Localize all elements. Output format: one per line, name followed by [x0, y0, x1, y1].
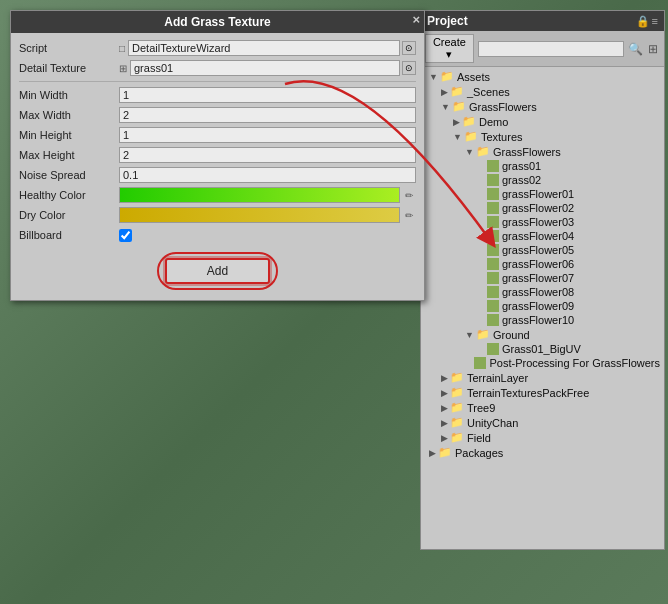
detail-texture-control-wrapper: ⊞ ⊙ — [119, 60, 416, 76]
create-button[interactable]: Create ▾ — [425, 34, 474, 63]
tree-item-label: grassFlower04 — [502, 230, 574, 242]
folder-arrow-icon: ▼ — [429, 72, 438, 82]
detail-texture-input[interactable] — [130, 60, 400, 76]
dry-color-swatch[interactable] — [119, 207, 400, 223]
file-icon — [487, 188, 499, 200]
file-icon — [487, 174, 499, 186]
add-button-row: Add — [19, 252, 416, 290]
detail-texture-row: Detail Texture ⊞ ⊙ — [19, 59, 416, 77]
file-icon — [474, 357, 486, 369]
dry-color-edit-icon[interactable]: ✏ — [402, 208, 416, 222]
min-width-row: Min Width — [19, 86, 416, 104]
tree-item[interactable]: Grass01_BigUV — [421, 342, 664, 356]
tree-item-label: grassFlower05 — [502, 244, 574, 256]
tree-item[interactable]: grass01 — [421, 159, 664, 173]
tree-item[interactable]: ▼📁Assets — [421, 69, 664, 84]
tree-item-label: grassFlower02 — [502, 202, 574, 214]
tree-item-label: Textures — [481, 131, 523, 143]
min-height-input[interactable] — [119, 127, 416, 143]
script-label: Script — [19, 42, 119, 54]
tree-item[interactable]: grassFlower01 — [421, 187, 664, 201]
tree-item[interactable]: ▼📁GrassFlowers — [421, 99, 664, 114]
tree-item[interactable]: grassFlower07 — [421, 271, 664, 285]
tree-item-label: grass01 — [502, 160, 541, 172]
tree-item-label: Tree9 — [467, 402, 495, 414]
tree-item-label: TerrainLayer — [467, 372, 528, 384]
folder-arrow-icon: ▶ — [441, 388, 448, 398]
tree-item-label: Post-Processing For GrassFlowers — [489, 357, 660, 369]
noise-spread-input[interactable] — [119, 167, 416, 183]
tree-item-label: Field — [467, 432, 491, 444]
tree-item-label: Grass01_BigUV — [502, 343, 581, 355]
project-tree: ▼📁Assets▶📁_Scenes▼📁GrassFlowers▶📁Demo▼📁T… — [421, 67, 664, 550]
tree-item[interactable]: ▶📁TerrainTexturesPackFree — [421, 385, 664, 400]
max-width-input[interactable] — [119, 107, 416, 123]
folder-arrow-icon: ▶ — [453, 117, 460, 127]
file-icon — [487, 160, 499, 172]
folder-icon: 📁 — [452, 100, 466, 113]
tree-item-label: grassFlower10 — [502, 314, 574, 326]
tree-item[interactable]: ▶📁Field — [421, 430, 664, 445]
tree-item[interactable]: grassFlower09 — [421, 299, 664, 313]
project-toolbar: Create ▾ 🔍 ⊞ — [421, 31, 664, 67]
detail-texture-dot-button[interactable]: ⊙ — [402, 61, 416, 75]
min-height-row: Min Height — [19, 126, 416, 144]
max-height-row: Max Height — [19, 146, 416, 164]
folder-arrow-icon: ▼ — [465, 330, 474, 340]
script-dot-button[interactable]: ⊙ — [402, 41, 416, 55]
tree-item[interactable]: ▼📁GrassFlowers — [421, 144, 664, 159]
project-search-input[interactable] — [478, 41, 624, 57]
script-input[interactable] — [128, 40, 400, 56]
folder-icon: 📁 — [450, 85, 464, 98]
add-button-circle: Add — [157, 252, 278, 290]
healthy-color-swatch[interactable] — [119, 187, 400, 203]
script-control-wrapper: □ ⊙ — [119, 40, 416, 56]
tree-item[interactable]: grass02 — [421, 173, 664, 187]
max-height-input[interactable] — [119, 147, 416, 163]
file-icon — [487, 343, 499, 355]
file-icon — [487, 244, 499, 256]
file-icon — [487, 258, 499, 270]
healthy-color-edit-icon[interactable]: ✏ — [402, 188, 416, 202]
tree-item-label: GrassFlowers — [469, 101, 537, 113]
tree-item[interactable]: ▶📁Demo — [421, 114, 664, 129]
tree-item[interactable]: Post-Processing For GrassFlowers — [421, 356, 664, 370]
add-button[interactable]: Add — [165, 258, 270, 284]
dialog-close-button[interactable]: × — [412, 13, 420, 26]
tree-item[interactable]: grassFlower03 — [421, 215, 664, 229]
file-icon — [487, 202, 499, 214]
tree-item[interactable]: grassFlower04 — [421, 229, 664, 243]
healthy-color-label: Healthy Color — [19, 189, 119, 201]
tree-item[interactable]: ▼📁Ground — [421, 327, 664, 342]
tree-item-label: grassFlower03 — [502, 216, 574, 228]
tree-item[interactable]: ▶📁TerrainLayer — [421, 370, 664, 385]
min-width-input[interactable] — [119, 87, 416, 103]
menu-icon[interactable]: ≡ — [652, 15, 658, 27]
tree-item[interactable]: ▶📁Tree9 — [421, 400, 664, 415]
tree-item[interactable]: grassFlower10 — [421, 313, 664, 327]
tree-item[interactable]: grassFlower06 — [421, 257, 664, 271]
max-width-row: Max Width — [19, 106, 416, 124]
tree-item[interactable]: grassFlower02 — [421, 201, 664, 215]
tree-item[interactable]: ▶📁_Scenes — [421, 84, 664, 99]
view-icon[interactable]: ⊞ — [647, 41, 660, 57]
folder-arrow-icon: ▼ — [453, 132, 462, 142]
min-width-label: Min Width — [19, 89, 119, 101]
tree-item-label: grassFlower09 — [502, 300, 574, 312]
tree-item[interactable]: grassFlower08 — [421, 285, 664, 299]
tree-item-label: GrassFlowers — [493, 146, 561, 158]
tree-item[interactable]: ▼📁Textures — [421, 129, 664, 144]
tree-item[interactable]: grassFlower05 — [421, 243, 664, 257]
folder-icon: 📁 — [464, 130, 478, 143]
folder-arrow-icon: ▶ — [441, 373, 448, 383]
lock-icon[interactable]: 🔒 — [636, 15, 650, 28]
search-icon[interactable]: 🔍 — [628, 41, 643, 57]
tree-item[interactable]: ▶📁Packages — [421, 445, 664, 460]
file-icon — [487, 286, 499, 298]
billboard-checkbox[interactable] — [119, 229, 132, 242]
tree-item[interactable]: ▶📁UnityChan — [421, 415, 664, 430]
file-icon — [487, 216, 499, 228]
tree-item-label: UnityChan — [467, 417, 518, 429]
tree-item-label: Ground — [493, 329, 530, 341]
file-icon — [487, 272, 499, 284]
